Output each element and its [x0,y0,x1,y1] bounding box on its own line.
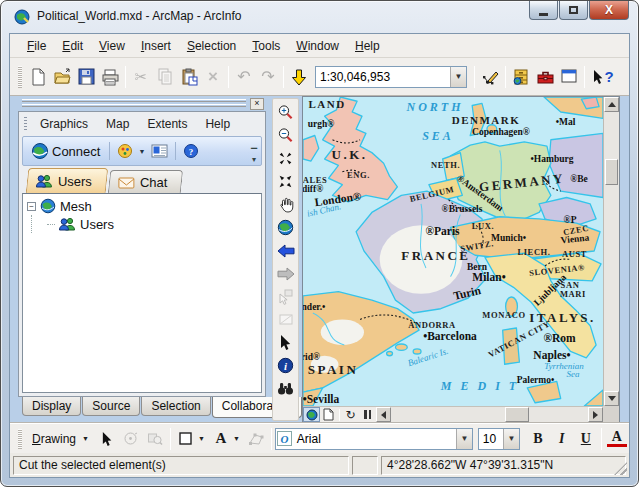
map-vertical-scrollbar[interactable] [603,97,619,406]
annotation-button[interactable] [148,139,170,163]
font-size-value[interactable]: 10 [479,432,503,446]
maximize-button[interactable] [559,1,588,20]
map-scale-value[interactable]: 1:30,046,953 [316,70,450,84]
delete-button[interactable]: × [201,65,225,89]
rotate-element-button[interactable] [119,427,143,451]
find-button[interactable] [275,378,297,399]
scroll-up-button[interactable] [604,97,619,112]
tab-display[interactable]: Display [22,397,81,416]
text-dropdown-arrow[interactable]: ▼ [233,435,240,442]
cut-button[interactable]: ✂ [129,65,153,89]
fixed-zoom-out-button[interactable] [275,171,297,192]
dock-menu-grip[interactable] [24,117,27,131]
dock-close-button[interactable]: × [250,98,264,110]
refresh-view-button[interactable]: ↻ [342,407,359,422]
font-size-combobox[interactable]: 10 ▼ [478,428,520,450]
scroll-left-button[interactable] [376,407,391,422]
save-map-button[interactable] [74,65,98,89]
previous-extent-button[interactable] [275,240,297,261]
pause-drawing-button[interactable] [359,407,376,422]
fixed-zoom-in-button[interactable] [275,148,297,169]
horizontal-scroll-track[interactable] [391,407,588,422]
arccatalog-button[interactable] [509,65,533,89]
print-button[interactable] [98,65,122,89]
tree-expander-icon[interactable]: − [27,202,36,211]
horizontal-scroll-thumb[interactable] [505,407,529,422]
full-extent-button[interactable] [275,217,297,238]
scale-dropdown-button[interactable]: ▼ [450,67,466,87]
map-scale-combobox[interactable]: 1:30,046,953 ▼ [315,66,467,88]
font-name-value[interactable]: Arial [293,432,456,446]
size-dropdown-button[interactable]: ▼ [503,429,519,449]
dock-menu-extents[interactable]: Extents [139,115,195,133]
redo-button[interactable]: ↷ [256,65,280,89]
data-view-button[interactable] [303,407,320,422]
dock-help-button[interactable]: ? [181,139,201,163]
undo-button[interactable]: ↶ [232,65,256,89]
drawing-menu-button[interactable]: Drawing ▼ [26,429,95,449]
menu-selection[interactable]: Selection [180,36,243,56]
menu-edit[interactable]: Edit [55,36,90,56]
select-elements-button[interactable] [275,332,297,353]
shape-dropdown-arrow[interactable]: ▼ [198,435,205,442]
tab-chat[interactable]: Chat [108,170,184,193]
dock-menu-map[interactable]: Map [98,115,137,133]
bold-button[interactable]: B [526,427,550,451]
connect-button[interactable]: Connect [27,140,104,162]
zoom-in-button[interactable] [275,102,297,123]
palette-dropdown-arrow[interactable]: ▼ [138,148,145,155]
menu-file[interactable]: File [20,36,53,56]
menu-help[interactable]: Help [348,36,387,56]
italic-button[interactable]: I [550,427,574,451]
vertical-scroll-thumb[interactable] [605,159,618,185]
font-dropdown-button[interactable]: ▼ [456,429,472,449]
select-elements-button[interactable] [95,427,119,451]
toolbar-grip[interactable] [18,429,22,449]
arctoolbox-button[interactable] [533,65,557,89]
close-button[interactable]: X [589,1,629,20]
clear-selected-features-button[interactable] [275,309,297,330]
font-color-button[interactable]: A [605,427,629,451]
next-extent-button[interactable] [275,263,297,284]
menu-window[interactable]: Window [289,36,346,56]
map-viewport[interactable]: LANDurgh®NORTHSEADENMARKCopenhagen®•MalU… [303,97,603,406]
layout-view-button[interactable] [320,407,337,422]
dock-title-grip[interactable]: × [18,98,266,109]
palette-button[interactable] [115,139,135,163]
tab-users[interactable]: Users [26,168,109,193]
dock-menu-graphics[interactable]: Graphics [32,115,96,133]
menu-view[interactable]: View [92,36,132,56]
tree-item-mesh[interactable]: − Mesh [25,197,259,215]
title-bar[interactable]: Political_World.mxd - ArcMap - ArcInfo X [1,1,638,31]
open-map-button[interactable] [50,65,74,89]
tab-source[interactable]: Source [82,397,140,416]
copy-button[interactable] [153,65,177,89]
zoom-out-button[interactable] [275,125,297,146]
select-features-button[interactable] [275,286,297,307]
shape-tool-button[interactable] [174,427,198,451]
command-line-button[interactable] [557,65,581,89]
tab-selection[interactable]: Selection [141,397,210,416]
tree-item-users[interactable]: Users [25,215,259,233]
scroll-down-button[interactable] [604,391,619,406]
editor-toolbar-button[interactable] [478,65,502,89]
toolbar-grip[interactable] [18,66,22,88]
text-tool-button[interactable]: A [209,427,233,451]
minimize-button[interactable] [529,1,558,20]
menu-insert[interactable]: Insert [134,36,178,56]
whats-this-button[interactable]: ? [588,65,618,89]
toolbar-overflow-button[interactable]: ▔▾ [249,149,259,163]
scroll-right-button[interactable] [588,407,603,422]
label-a-icon [151,144,168,158]
add-data-button[interactable] [287,65,311,89]
font-name-combobox[interactable]: O Arial ▼ [275,428,473,450]
paste-button[interactable] [177,65,201,89]
pan-button[interactable] [275,194,297,215]
underline-button[interactable]: U [574,427,598,451]
edit-vertices-button[interactable] [244,427,268,451]
zoom-to-selected-button[interactable] [143,427,167,451]
dock-menu-help[interactable]: Help [197,115,238,133]
menu-tools[interactable]: Tools [245,36,287,56]
identify-button[interactable]: i [275,355,297,376]
new-map-button[interactable] [26,65,50,89]
